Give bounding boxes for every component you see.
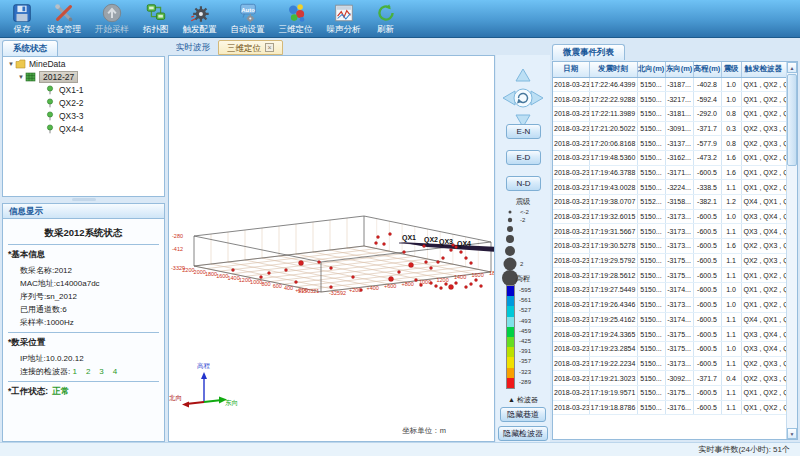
table-row[interactable]: 2018-03-2317:19:38.07075152...-3158...-3…	[553, 195, 786, 210]
table-cell: -3181...	[665, 106, 693, 121]
scroll-down-icon[interactable]: ▼	[787, 428, 797, 439]
column-header[interactable]: 日期	[553, 62, 589, 77]
tree-node-qx1-1[interactable]: QX1-1	[3, 83, 164, 96]
tree-node-qx2-2[interactable]: QX2-2	[3, 96, 164, 109]
table-row[interactable]: 2018-03-2317:19:29.57925150...-3175...-6…	[553, 253, 786, 268]
table-row[interactable]: 2018-03-2317:19:18.87865150...-3176...-6…	[553, 400, 786, 415]
table-cell: -3217...	[665, 92, 693, 107]
table-cell: -382.1	[693, 195, 721, 210]
tab-realtime-waveform[interactable]: 实时波形	[168, 40, 218, 55]
table-row[interactable]: 2018-03-2317:19:30.52785150...-3173...-6…	[553, 239, 786, 254]
event-table-header[interactable]: 日期发震时刻北向(m)东向(m)高程(m)震级触发检波器	[553, 62, 786, 77]
work-status-label: *工作状态:	[8, 386, 48, 396]
table-cell: QX1 , QX2 , QX...	[741, 297, 786, 312]
expander-icon[interactable]: ▼	[7, 61, 15, 67]
toolbar-button-trigger-config[interactable]: 触发配置	[176, 2, 224, 36]
toolbar-button-start-sampling[interactable]: 开始采样	[88, 2, 136, 36]
event-table-scrollbar[interactable]: ▲ ▼	[786, 62, 797, 439]
hide-detectors-button[interactable]: 隐藏检波器	[498, 426, 548, 441]
toolbar-button-save[interactable]: 保存	[4, 2, 40, 36]
table-row[interactable]: 2018-03-2317:22:11.39895150...-3181...-2…	[553, 106, 786, 121]
column-header[interactable]: 震级	[721, 62, 741, 77]
table-cell: 17:19:29.5792	[589, 253, 637, 268]
column-header[interactable]: 东向(m)	[665, 62, 693, 77]
svg-text:1600: 1600	[472, 272, 484, 278]
toolbar-button-auto-settings[interactable]: Auto自动设置	[224, 2, 272, 36]
table-cell: 0.3	[721, 121, 741, 136]
toolbar-button-device-manage[interactable]: 设备管理	[40, 2, 88, 36]
table-cell: 2018-03-23	[553, 180, 589, 195]
table-cell: -473.2	[693, 150, 721, 165]
table-cell: 1.6	[721, 165, 741, 180]
table-cell: 17:19:38.0707	[589, 195, 637, 210]
scrollbar-thumb[interactable]	[787, 74, 797, 166]
rotate-button[interactable]	[514, 89, 532, 107]
table-cell: 17:21:20.5022	[589, 121, 637, 136]
table-row[interactable]: 2018-03-2317:19:24.33655150...-3175...-6…	[553, 327, 786, 342]
table-cell: 17:19:19.9571	[589, 385, 637, 400]
scroll-up-icon[interactable]: ▲	[787, 62, 797, 73]
tab-event-list[interactable]: 微震事件列表	[552, 44, 625, 60]
table-row[interactable]: 2018-03-2317:19:48.53605150...-3162...-4…	[553, 150, 786, 165]
tree-node-qx3-3[interactable]: QX3-3	[3, 109, 164, 122]
tree-node-dataset[interactable]: ▼2012-27	[3, 70, 164, 83]
table-cell: 17:19:25.4162	[589, 312, 637, 327]
toolbar-button-refresh[interactable]: 刷新	[368, 2, 404, 36]
table-row[interactable]: 2018-03-2317:19:22.22345150...-3173...-6…	[553, 356, 786, 371]
table-cell: 17:19:32.6015	[589, 209, 637, 224]
table-row[interactable]: 2018-03-2317:19:43.00285150...-3224...-3…	[553, 180, 786, 195]
view-en-button[interactable]: E-N	[506, 124, 541, 139]
table-cell: 2018-03-23	[553, 312, 589, 327]
toolbar-button-topology[interactable]: 拓扑图	[136, 2, 176, 36]
toolbar-button-position-3d[interactable]: 三维定位	[272, 2, 320, 36]
table-cell: -600.5	[693, 253, 721, 268]
expander-icon[interactable]: ▼	[17, 74, 25, 80]
table-cell: 17:19:26.4346	[589, 297, 637, 312]
table-cell: -338.5	[693, 180, 721, 195]
table-row[interactable]: 2018-03-2317:20:06.81685150...-3137...-5…	[553, 136, 786, 151]
elevation-value: -289	[519, 379, 531, 385]
tree-node-qx4-4[interactable]: QX4-4	[3, 122, 164, 135]
view-nd-button[interactable]: N-D	[506, 176, 541, 191]
tab-system-status[interactable]: 系统状态	[2, 40, 58, 56]
table-row[interactable]: 2018-03-2317:22:46.43995150...-3187...-4…	[553, 77, 786, 92]
table-row[interactable]: 2018-03-2317:19:31.56675150...-3173...-6…	[553, 224, 786, 239]
table-row[interactable]: 2018-03-2317:19:26.43465150...-3173...-6…	[553, 297, 786, 312]
table-row[interactable]: 2018-03-2317:19:19.95715150...-3175...-6…	[553, 385, 786, 400]
separator	[8, 244, 159, 245]
column-header[interactable]: 发震时刻	[589, 62, 637, 77]
close-tab-icon[interactable]: ×	[265, 43, 274, 52]
pan-right-button[interactable]	[531, 91, 543, 105]
table-row[interactable]: 2018-03-2317:19:21.30235150...-3092...-3…	[553, 371, 786, 386]
position-3d-icon	[285, 2, 307, 24]
view-ed-button[interactable]: E-D	[506, 150, 541, 165]
table-row[interactable]: 2018-03-2317:19:32.60155150...-3173...-6…	[553, 209, 786, 224]
table-cell: -3091...	[665, 121, 693, 136]
elevation-value: -493	[519, 318, 531, 324]
plot-3d-canvas[interactable]: QX1QX2QX3QX4-280-412-3329220020001800160…	[169, 56, 494, 441]
column-header[interactable]: 高程(m)	[693, 62, 721, 77]
table-row[interactable]: 2018-03-2317:22:22.92885150...-3217...-5…	[553, 92, 786, 107]
table-row[interactable]: 2018-03-2317:19:28.56125150...-3175...-6…	[553, 268, 786, 283]
column-header[interactable]: 触发检波器	[741, 62, 786, 77]
tab-3d-positioning[interactable]: 三维定位 ×	[218, 40, 283, 55]
table-row[interactable]: 2018-03-2317:19:23.28545150...-3175...-6…	[553, 341, 786, 356]
svg-text:东向: 东向	[225, 399, 238, 406]
hide-tunnels-button[interactable]: 隐藏巷道	[500, 407, 546, 422]
save-icon	[11, 2, 33, 24]
toolbar-button-label: 噪声分析	[327, 24, 361, 36]
toolbar-button-noise-analysis[interactable]: 噪声分析	[320, 2, 368, 36]
pan-up-button[interactable]	[516, 69, 530, 81]
table-row[interactable]: 2018-03-2317:19:27.54495150...-3174...-6…	[553, 283, 786, 298]
table-cell: -600.5	[693, 341, 721, 356]
column-header[interactable]: 北向(m)	[637, 62, 665, 77]
table-cell: QX3 , QX4 , QX...	[741, 341, 786, 356]
pan-left-button[interactable]	[503, 91, 515, 105]
tree-node-minedata[interactable]: ▼MineData	[3, 57, 164, 70]
table-row[interactable]: 2018-03-2317:21:20.50225150...-3091...-3…	[553, 121, 786, 136]
table-row[interactable]: 2018-03-2317:19:46.37885150...-3171...-6…	[553, 165, 786, 180]
table-cell: -3187...	[665, 77, 693, 92]
table-cell: -3137...	[665, 136, 693, 151]
svg-text:800: 800	[261, 281, 270, 287]
table-row[interactable]: 2018-03-2317:19:25.41625150...-3174...-6…	[553, 312, 786, 327]
